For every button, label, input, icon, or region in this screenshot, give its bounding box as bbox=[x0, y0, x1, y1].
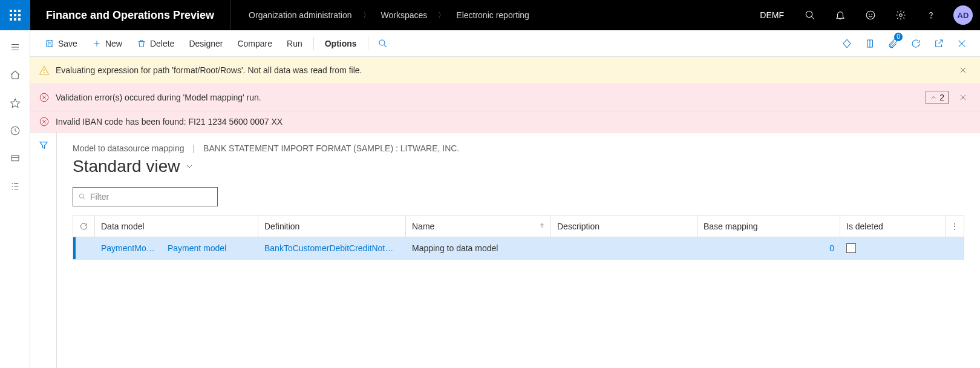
context-right: BANK STATEMENT IMPORT FORMAT (SAMPLE) : … bbox=[203, 143, 459, 153]
page-context: Model to datasource mapping | BANK STATE… bbox=[73, 143, 964, 153]
avatar[interactable]: AD bbox=[953, 5, 973, 25]
breadcrumb-item[interactable]: Workspaces bbox=[381, 10, 428, 20]
svg-point-0 bbox=[806, 11, 812, 18]
select-all-header[interactable] bbox=[73, 215, 95, 237]
breadcrumb-item[interactable]: Electronic reporting bbox=[456, 10, 529, 20]
col-header-name-label: Name bbox=[412, 222, 434, 231]
error-icon bbox=[39, 92, 50, 103]
row-more bbox=[946, 237, 964, 259]
find-button[interactable] bbox=[372, 34, 394, 53]
view-selector[interactable]: Standard view bbox=[73, 157, 964, 176]
save-label: Save bbox=[58, 39, 77, 48]
cell-is-deleted[interactable] bbox=[840, 237, 946, 259]
svg-point-4 bbox=[872, 14, 872, 15]
col-header-base-mapping[interactable]: Base mapping bbox=[697, 215, 840, 237]
col-header-data-model[interactable]: Data model bbox=[95, 215, 258, 237]
cell-description bbox=[551, 237, 697, 259]
svg-line-42 bbox=[83, 197, 85, 199]
data-model-code: PaymentMo… bbox=[101, 243, 162, 253]
waffle-icon bbox=[10, 10, 21, 21]
refresh-button[interactable] bbox=[905, 34, 927, 53]
smile-icon bbox=[865, 10, 876, 21]
compare-label: Compare bbox=[237, 39, 272, 48]
checkbox-unchecked-icon[interactable] bbox=[846, 243, 856, 253]
trash-icon bbox=[137, 39, 146, 48]
svg-line-1 bbox=[811, 16, 814, 19]
company-picker[interactable]: DEMF bbox=[749, 10, 795, 20]
related-info-button[interactable] bbox=[836, 34, 858, 53]
nav-workspaces[interactable] bbox=[0, 145, 30, 172]
cell-base-mapping: 0 bbox=[697, 237, 840, 259]
waffle-launcher[interactable] bbox=[0, 0, 30, 30]
popout-button[interactable] bbox=[928, 34, 950, 53]
workspace-icon bbox=[10, 153, 21, 164]
error-detail-bar: Invalid IBAN code has been found: FI21 1… bbox=[30, 111, 980, 133]
feedback-button[interactable] bbox=[855, 0, 886, 30]
attachments-button[interactable]: 0 bbox=[882, 34, 904, 53]
filter-input[interactable] bbox=[90, 192, 212, 202]
grid: Data model Definition Name Description B… bbox=[73, 215, 964, 260]
gear-icon bbox=[895, 10, 906, 21]
run-label: Run bbox=[287, 39, 302, 48]
warning-bar: Evaluating expression for path 'format/R… bbox=[30, 57, 980, 84]
table-row[interactable]: PaymentMo… Payment model BankToCustomerD… bbox=[73, 237, 964, 259]
svg-rect-20 bbox=[47, 40, 53, 47]
error-summary-text: Validation error(s) occured during 'Mode… bbox=[56, 93, 926, 102]
cell-definition[interactable]: BankToCustomerDebitCreditNot… bbox=[258, 237, 406, 259]
delete-label: Delete bbox=[150, 39, 174, 48]
nav-recent[interactable] bbox=[0, 117, 30, 144]
row-selector[interactable] bbox=[73, 237, 95, 259]
action-pane: Save New Delete Designer Compare Run Opt… bbox=[30, 30, 980, 57]
breadcrumb-item[interactable]: Organization administration bbox=[249, 10, 351, 20]
error-count: 2 bbox=[939, 93, 944, 102]
nav-modules[interactable] bbox=[0, 173, 30, 200]
nav-favorites[interactable] bbox=[0, 90, 30, 116]
close-error-button[interactable] bbox=[955, 89, 972, 106]
breadcrumb: Organization administration 〉 Workspaces… bbox=[230, 10, 529, 21]
help-button[interactable] bbox=[916, 0, 946, 30]
options-label: Options bbox=[325, 39, 357, 48]
options-tab[interactable]: Options bbox=[318, 34, 364, 53]
quick-filter[interactable] bbox=[73, 187, 218, 206]
hamburger-icon bbox=[10, 42, 21, 53]
svg-point-30 bbox=[44, 72, 45, 73]
new-button[interactable]: New bbox=[85, 34, 129, 53]
search-button[interactable] bbox=[795, 0, 825, 30]
notifications-button[interactable] bbox=[825, 0, 855, 30]
filter-rail[interactable] bbox=[30, 133, 57, 368]
close-page-button[interactable] bbox=[951, 34, 973, 53]
col-header-is-deleted[interactable]: Is deleted bbox=[840, 215, 946, 237]
close-icon bbox=[959, 93, 967, 102]
run-button[interactable]: Run bbox=[279, 34, 310, 53]
nav-expand-button[interactable] bbox=[0, 34, 30, 61]
error-icon bbox=[39, 116, 50, 127]
cell-data-model[interactable]: PaymentMo… Payment model bbox=[95, 237, 258, 259]
funnel-icon bbox=[38, 140, 49, 151]
sort-asc-icon bbox=[538, 222, 546, 231]
save-button[interactable]: Save bbox=[38, 34, 85, 53]
error-bar: Validation error(s) occured during 'Mode… bbox=[30, 84, 980, 111]
col-header-definition[interactable]: Definition bbox=[258, 215, 406, 237]
plus-icon bbox=[92, 39, 102, 48]
top-header: Finance and Operations Preview Organizat… bbox=[0, 0, 980, 30]
clock-icon bbox=[10, 125, 21, 136]
grid-more-button[interactable]: ⋮ bbox=[946, 215, 964, 237]
col-header-description[interactable]: Description bbox=[551, 215, 697, 237]
nav-home[interactable] bbox=[0, 62, 30, 88]
close-warning-button[interactable] bbox=[955, 62, 972, 79]
grid-header: Data model Definition Name Description B… bbox=[73, 215, 964, 237]
home-icon bbox=[10, 70, 21, 80]
context-left: Model to datasource mapping bbox=[73, 143, 184, 153]
page-options-button[interactable] bbox=[859, 34, 881, 53]
designer-label: Designer bbox=[189, 39, 223, 48]
bell-icon bbox=[835, 10, 846, 21]
delete-button[interactable]: Delete bbox=[129, 34, 181, 53]
col-header-name[interactable]: Name bbox=[406, 215, 551, 237]
warning-icon bbox=[39, 65, 50, 76]
designer-button[interactable]: Designer bbox=[181, 34, 230, 53]
error-count-toggle[interactable]: 2 bbox=[926, 91, 949, 104]
compare-button[interactable]: Compare bbox=[230, 34, 279, 53]
svg-point-2 bbox=[866, 11, 875, 19]
view-name: Standard view bbox=[73, 157, 180, 176]
settings-button[interactable] bbox=[886, 0, 916, 30]
